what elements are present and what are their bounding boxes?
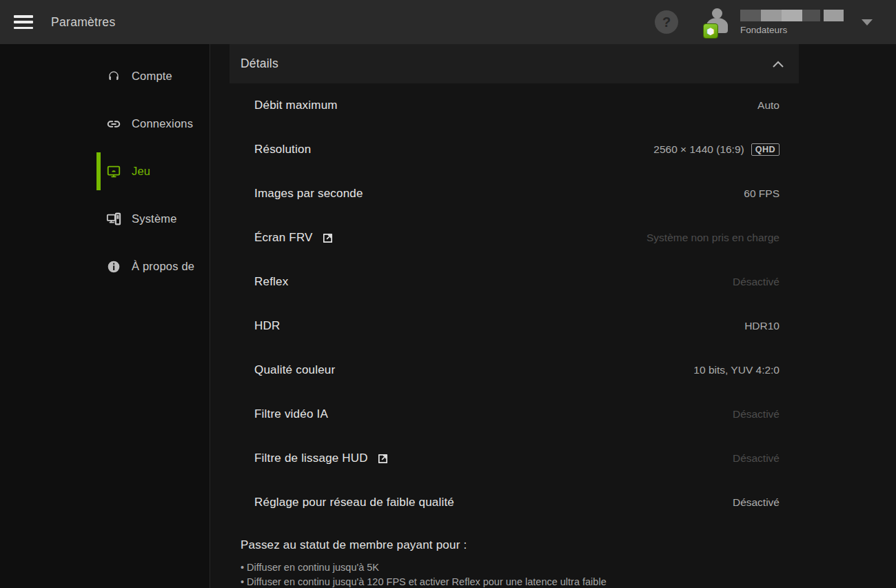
- upsell-bullet: Diffuser en continu jusqu'à 5K: [241, 560, 780, 575]
- setting-row-r-glage-pour-r-seau-de-faible-qualit-[interactable]: Réglage pour réseau de faible qualitéDés…: [254, 480, 780, 525]
- hamburger-menu-icon[interactable]: [14, 15, 33, 29]
- founders-badge-icon: ⬢: [703, 23, 718, 39]
- external-link-icon: [377, 453, 389, 465]
- chevron-down-icon[interactable]: [862, 19, 873, 26]
- system-icon: [106, 212, 121, 227]
- resolution-quality-badge: QHD: [751, 143, 780, 156]
- page-title: Paramètres: [51, 15, 115, 30]
- user-menu[interactable]: Fondateurs: [740, 10, 844, 35]
- setting-value: 10 bits, YUV 4:2:0: [693, 364, 780, 376]
- headset-icon: [106, 69, 121, 84]
- settings-sidebar: CompteConnexionsJeuSystèmeÀ propos de: [0, 44, 210, 588]
- setting-value: Désactivé: [733, 496, 780, 509]
- sidebar-item-label: Jeu: [132, 165, 150, 178]
- setting-row--cran-frv[interactable]: Écran FRVSystème non pris en charge: [254, 216, 780, 260]
- sidebar-item-label: À propos de: [132, 260, 194, 273]
- setting-label: Filtre vidéo IA: [254, 407, 328, 421]
- setting-label: HDR: [254, 319, 280, 333]
- setting-label: Écran FRV: [254, 231, 334, 245]
- setting-label: Qualité couleur: [254, 363, 335, 377]
- topbar-actions: ? ⬢ Fondateurs: [655, 7, 896, 37]
- setting-row-r-solution[interactable]: Résolution2560 × 1440 (16:9)QHD: [254, 128, 780, 172]
- sidebar-item-label: Compte: [132, 70, 172, 83]
- active-indicator: [96, 152, 101, 190]
- setting-value: Auto: [757, 99, 780, 112]
- setting-label: Réglage pour réseau de faible qualité: [254, 496, 454, 509]
- sidebar-item-compte[interactable]: Compte: [0, 52, 210, 100]
- settings-content: Détails Débit maximumAutoRésolution2560 …: [211, 44, 896, 588]
- upsell-bullet: Diffuser en continu jusqu'à 120 FPS et a…: [241, 575, 780, 588]
- setting-row-filtre-de-lissage-hud[interactable]: Filtre de lissage HUDDésactivé: [254, 436, 780, 480]
- sidebar-item-syst-me[interactable]: Système: [0, 195, 210, 243]
- link-icon: [106, 116, 121, 132]
- setting-value: 2560 × 1440 (16:9)QHD: [653, 143, 780, 156]
- redacted-name-block: [802, 10, 820, 21]
- sidebar-item-label: Connexions: [132, 117, 193, 130]
- sidebar-item-label: Système: [132, 212, 177, 225]
- avatar[interactable]: ⬢: [703, 7, 732, 37]
- game-display-icon: [106, 164, 121, 179]
- redacted-username: [740, 10, 844, 21]
- section-title: Détails: [241, 57, 278, 71]
- upsell-title: Passez au statut de membre payant pour :: [241, 538, 780, 552]
- sidebar-item-jeu[interactable]: Jeu: [0, 148, 210, 195]
- setting-value: HDR10: [744, 320, 780, 332]
- chevron-up-icon[interactable]: [773, 58, 784, 70]
- redacted-name-block: [824, 10, 844, 21]
- details-panel: Détails Débit maximumAutoRésolution2560 …: [230, 44, 799, 588]
- help-icon[interactable]: ?: [655, 10, 678, 34]
- info-icon: [106, 259, 121, 274]
- sidebar-item-connexions[interactable]: Connexions: [0, 100, 210, 148]
- membership-label: Fondateurs: [740, 25, 844, 35]
- setting-value: Désactivé: [733, 276, 780, 288]
- setting-label: Résolution: [254, 143, 311, 156]
- upsell-block: Passez au statut de membre payant pour :…: [230, 525, 799, 588]
- setting-value: Désactivé: [733, 408, 780, 420]
- sidebar-item--propos-de[interactable]: À propos de: [0, 243, 210, 290]
- setting-row-reflex[interactable]: ReflexDésactivé: [254, 260, 780, 304]
- external-link-icon: [322, 232, 334, 244]
- redacted-name-block: [740, 10, 761, 21]
- settings-rows: Débit maximumAutoRésolution2560 × 1440 (…: [230, 83, 799, 525]
- setting-row-images-par-seconde[interactable]: Images par seconde60 FPS: [254, 172, 780, 216]
- setting-row-filtre-vid-o-ia[interactable]: Filtre vidéo IADésactivé: [254, 392, 780, 436]
- setting-label: Filtre de lissage HUD: [254, 452, 389, 465]
- setting-label: Reflex: [254, 275, 288, 289]
- top-app-bar: Paramètres ? ⬢ Fondateurs: [0, 0, 896, 44]
- setting-row-d-bit-maximum[interactable]: Débit maximumAuto: [254, 83, 780, 128]
- setting-label: Débit maximum: [254, 99, 338, 112]
- redacted-name-block: [761, 10, 782, 21]
- setting-value: Désactivé: [733, 452, 780, 465]
- avatar-silhouette: [712, 8, 722, 19]
- redacted-name-block: [782, 10, 802, 21]
- setting-label: Images par seconde: [254, 187, 363, 201]
- setting-row-hdr[interactable]: HDRHDR10: [254, 304, 780, 348]
- setting-row-qualit-couleur[interactable]: Qualité couleur10 bits, YUV 4:2:0: [254, 348, 780, 392]
- setting-value: 60 FPS: [744, 187, 780, 200]
- setting-value: Système non pris en charge: [646, 232, 780, 244]
- section-details-header[interactable]: Détails: [230, 44, 799, 83]
- upsell-bullet-list: Diffuser en continu jusqu'à 5KDiffuser e…: [241, 560, 780, 588]
